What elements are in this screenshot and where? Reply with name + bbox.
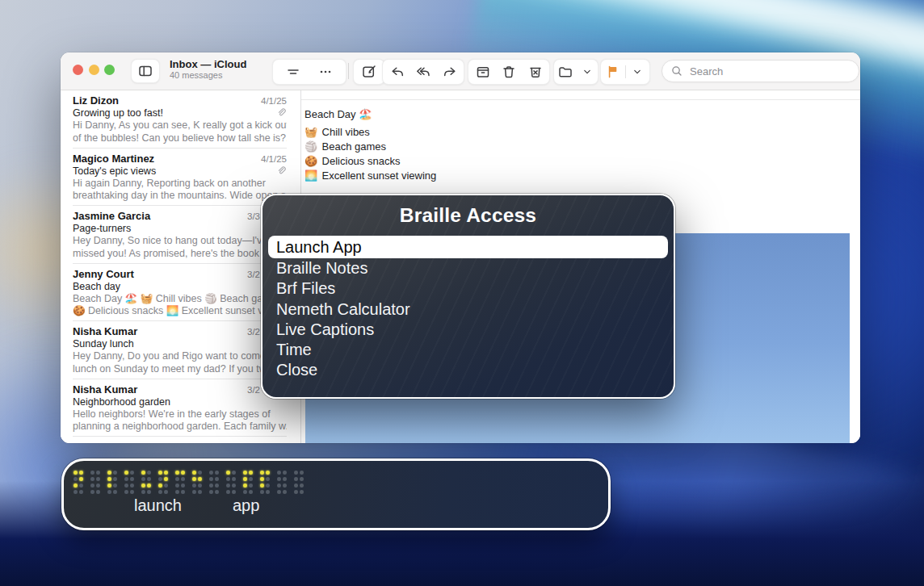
braille-dot [192, 490, 196, 494]
message-preview: Hey Danny, So nice to hang out today—I'v… [73, 235, 287, 261]
message-list-row[interactable]: Magico Martinez4/1/25Today's epic viewsH… [61, 149, 300, 207]
braille-dot [198, 477, 202, 481]
reply-button[interactable] [385, 61, 410, 83]
braille-dot [300, 490, 304, 494]
mailbox-message-count: 40 messages [170, 70, 246, 81]
message-row-header: Jasmine Garcia3/3 [73, 210, 287, 222]
braille-menu-item-live-captions[interactable]: Live Captions [262, 320, 674, 340]
message-body: Beach Day 🏖️ 🧺 Chill vibes🏐 Beach games🍪… [304, 108, 852, 183]
junk-button[interactable] [523, 61, 548, 83]
trash-button[interactable] [497, 61, 521, 83]
braille-dot [181, 490, 185, 494]
braille-dot [232, 471, 236, 475]
message-body-item: 🍪 Delicious snacks [304, 154, 852, 169]
folder-icon [557, 64, 573, 80]
folder-button[interactable] [554, 61, 576, 83]
message-list-row[interactable]: Liz Dizon4/1/25Growing up too fast!Hi Da… [61, 90, 300, 149]
mailbox-title: Inbox — iCloud [170, 58, 246, 70]
braille-dot [232, 490, 236, 494]
toolbar-group [272, 59, 346, 85]
more-button[interactable] [313, 61, 338, 83]
braille-dot [266, 477, 270, 481]
braille-cell [209, 471, 219, 494]
braille-dot [158, 471, 162, 475]
forward-button[interactable] [438, 61, 462, 83]
braille-dot [283, 483, 287, 488]
braille-dot [147, 471, 151, 475]
braille-dot [198, 490, 202, 494]
body-item-emoji-icon: 🧺 [304, 125, 319, 140]
toolbar-group [353, 59, 385, 85]
braille-cell [175, 471, 185, 494]
braille-dot [209, 490, 213, 494]
braille-menu-item-close[interactable]: Close [262, 360, 674, 380]
braille-dot [181, 483, 185, 488]
archive-button[interactable] [471, 61, 495, 83]
sender-name: Nisha Kumar [73, 383, 137, 396]
chevron-down-button[interactable] [576, 61, 598, 83]
braille-cell [226, 471, 236, 494]
braille-dot [74, 477, 78, 481]
braille-menu-item-brf-files[interactable]: Brf Files [262, 278, 674, 299]
braille-dot [147, 477, 151, 481]
braille-dot [130, 483, 134, 488]
message-date: 3/25/25 [256, 442, 287, 443]
search-input[interactable] [688, 65, 850, 78]
braille-dot [243, 477, 247, 481]
message-date: 3/2 [247, 385, 260, 395]
sender-name: Jenny Court [73, 268, 134, 280]
zoom-window-button[interactable] [104, 65, 115, 75]
filter-button[interactable] [281, 61, 305, 83]
braille-dot [294, 477, 298, 481]
braille-dot [124, 490, 128, 494]
braille-dot [260, 471, 264, 475]
search-field[interactable] [662, 60, 859, 82]
message-list-row[interactable]: Alejandra Delgado3/25/25 [61, 437, 300, 443]
sender-name: Liz Dizon [73, 94, 119, 107]
message-preview-line: of the bubbles! Can you believe how tall… [73, 132, 287, 145]
braille-dot [130, 471, 134, 475]
braille-dot [90, 477, 94, 481]
chevron-down-icon [631, 65, 644, 78]
braille-dot [74, 483, 78, 488]
braille-dot [107, 471, 111, 475]
message-subject: Beach day [73, 281, 287, 292]
compose-icon [361, 64, 377, 80]
braille-dot [243, 490, 247, 494]
message-preview-line: 🍪 Delicious snacks 🌅 Excellent sunset vi… [73, 305, 287, 318]
braille-menu-item-braille-notes[interactable]: Braille Notes [262, 258, 674, 278]
reply-icon [389, 64, 405, 80]
braille-menu-item-nemeth-calculator[interactable]: Nemeth Calculator [262, 299, 674, 320]
braille-dot [130, 477, 134, 481]
reply-all-button[interactable] [411, 61, 435, 83]
braille-dot [175, 471, 179, 475]
braille-dot [181, 471, 185, 475]
braille-dot [141, 490, 145, 494]
braille-dot [249, 471, 253, 475]
braille-dot [215, 477, 219, 481]
chevron-down-button[interactable] [626, 61, 650, 83]
braille-dot [209, 471, 213, 475]
message-subject: Page-turners [73, 223, 287, 234]
braille-menu-item-time[interactable]: Time [262, 340, 674, 360]
flag-button[interactable] [601, 61, 625, 83]
braille-dot [79, 483, 83, 488]
braille-dot [226, 471, 230, 475]
braille-dot [130, 490, 134, 494]
close-window-button[interactable] [73, 65, 83, 75]
message-date: 4/1/25 [261, 96, 287, 106]
compose-button[interactable] [357, 61, 381, 83]
braille-dot [226, 490, 230, 494]
braille-dot [124, 471, 128, 475]
message-row-header: Nisha Kumar3/2 [73, 325, 287, 337]
message-preview-line: planning a neighborhood garden. Each fam… [73, 421, 287, 433]
braille-menu-item-launch-app[interactable]: Launch App [268, 236, 668, 258]
message-row-header: Magico Martinez4/1/25 [73, 153, 287, 165]
braille-dot [226, 477, 230, 481]
sender-name: Alejandra Delgado [73, 441, 165, 443]
sidebar-toggle-button[interactable] [131, 59, 160, 83]
braille-dot [79, 490, 83, 494]
braille-dot [96, 477, 100, 481]
message-preview: Hello neighbors! We're in the early stag… [73, 408, 287, 434]
minimize-window-button[interactable] [89, 65, 99, 75]
